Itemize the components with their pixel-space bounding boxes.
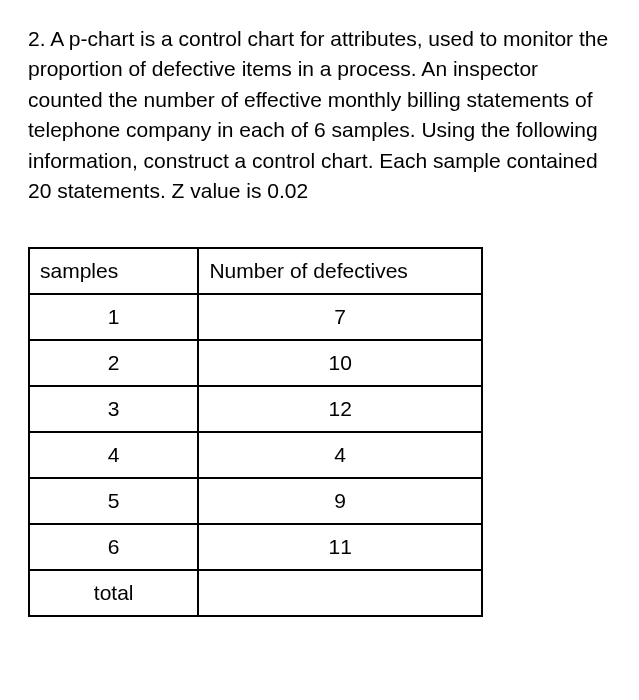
cell-defectives: 9 (198, 478, 482, 524)
header-defectives: Number of defectives (198, 248, 482, 294)
cell-sample: 3 (29, 386, 198, 432)
table-row: 1 7 (29, 294, 482, 340)
cell-total-value (198, 570, 482, 616)
cell-defectives: 4 (198, 432, 482, 478)
cell-sample: 4 (29, 432, 198, 478)
cell-sample: 1 (29, 294, 198, 340)
table-row: 5 9 (29, 478, 482, 524)
table-row: 6 11 (29, 524, 482, 570)
cell-defectives: 7 (198, 294, 482, 340)
table-row: 2 10 (29, 340, 482, 386)
cell-total-label: total (29, 570, 198, 616)
data-table: samples Number of defectives 1 7 2 10 3 … (28, 247, 483, 617)
cell-defectives: 11 (198, 524, 482, 570)
cell-sample: 2 (29, 340, 198, 386)
cell-sample: 6 (29, 524, 198, 570)
header-samples: samples (29, 248, 198, 294)
table-row: 4 4 (29, 432, 482, 478)
cell-sample: 5 (29, 478, 198, 524)
problem-statement: 2. A p-chart is a control chart for attr… (28, 24, 611, 207)
cell-defectives: 12 (198, 386, 482, 432)
cell-defectives: 10 (198, 340, 482, 386)
table-row: 3 12 (29, 386, 482, 432)
table-total-row: total (29, 570, 482, 616)
table-header-row: samples Number of defectives (29, 248, 482, 294)
